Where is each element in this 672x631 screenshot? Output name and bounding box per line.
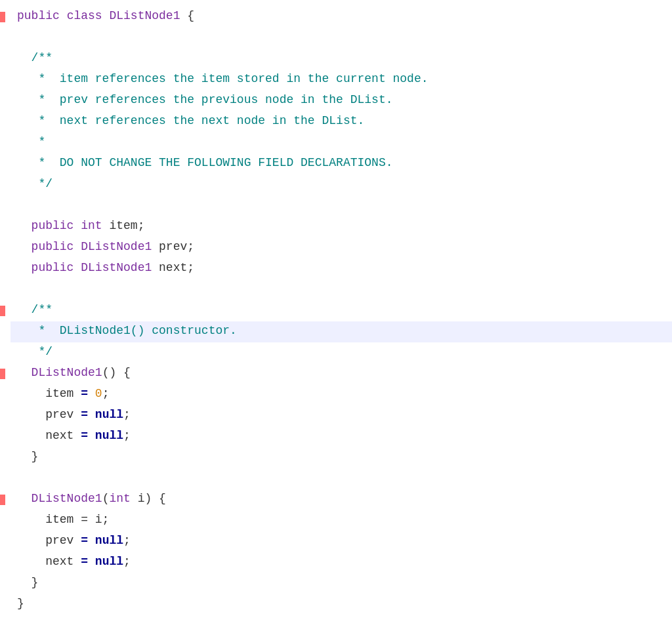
code-line: public class DListNode1 { xyxy=(0,7,672,28)
gutter xyxy=(0,468,10,489)
code-token: = xyxy=(81,555,88,568)
gutter-marker xyxy=(0,495,5,505)
code-token: * prev references the previous node in t… xyxy=(38,93,392,106)
code-token: = xyxy=(81,534,88,547)
gutter xyxy=(0,258,10,279)
code-token: int xyxy=(109,492,130,505)
code-token: public xyxy=(17,9,60,22)
code-token: null xyxy=(95,408,123,421)
code-line: prev = null; xyxy=(0,405,672,426)
code-token: * DO NOT CHANGE THE FOLLOWING FIELD DECL… xyxy=(38,156,392,169)
code-content: /** xyxy=(10,49,672,70)
code-token: DListNode1 xyxy=(109,9,180,22)
gutter xyxy=(0,426,10,447)
code-token xyxy=(17,177,38,190)
code-token xyxy=(88,429,95,442)
code-token: item = i; xyxy=(17,513,109,526)
code-content: * prev references the previous node in t… xyxy=(10,91,672,112)
gutter xyxy=(0,594,10,615)
code-line xyxy=(0,195,672,216)
code-content: * xyxy=(10,132,672,153)
gutter xyxy=(0,174,10,195)
gutter xyxy=(0,70,10,91)
code-token: () { xyxy=(102,366,131,379)
gutter xyxy=(0,49,10,70)
code-token xyxy=(60,9,67,22)
code-token: null xyxy=(95,555,123,568)
code-content: DListNode1(int i) { xyxy=(10,489,672,510)
code-content xyxy=(10,28,672,49)
gutter xyxy=(0,28,10,49)
code-token: ; xyxy=(123,534,131,547)
gutter xyxy=(0,91,10,112)
code-content: } xyxy=(10,594,672,615)
code-token: /** xyxy=(32,303,52,316)
code-line xyxy=(0,468,672,489)
code-line: next = null; xyxy=(0,552,672,573)
code-line: } xyxy=(0,573,672,594)
code-token: item xyxy=(17,387,81,400)
gutter xyxy=(0,153,10,174)
code-editor: public class DListNode1 { /** * item ref… xyxy=(0,0,672,631)
code-token xyxy=(74,261,81,274)
code-content: * DO NOT CHANGE THE FOLLOWING FIELD DECL… xyxy=(10,153,672,174)
code-line: * DListNode1() constructor. xyxy=(0,321,672,342)
code-token: * next references the next node in the D… xyxy=(38,114,364,127)
code-token xyxy=(17,303,32,316)
gutter xyxy=(0,573,10,594)
gutter-marker xyxy=(0,306,5,316)
gutter xyxy=(0,195,10,216)
code-line: */ xyxy=(0,342,672,363)
code-token: prev xyxy=(17,534,81,547)
code-token: public xyxy=(32,261,74,274)
gutter xyxy=(0,447,10,468)
code-token: */ xyxy=(38,177,52,190)
code-token: DListNode1 xyxy=(32,366,102,379)
code-content xyxy=(10,468,672,489)
code-line: item = i; xyxy=(0,510,672,531)
code-token: item; xyxy=(102,219,145,232)
code-content: * DListNode1() constructor. xyxy=(10,321,672,342)
gutter xyxy=(0,132,10,153)
code-token: next; xyxy=(152,261,194,274)
code-token: ; xyxy=(123,408,131,421)
code-line: */ xyxy=(0,174,672,195)
gutter xyxy=(0,363,10,384)
code-token: = xyxy=(81,387,88,400)
code-token: } xyxy=(17,576,38,589)
code-token: prev; xyxy=(152,240,194,253)
code-token xyxy=(17,240,32,253)
code-token xyxy=(74,240,81,253)
code-token xyxy=(17,324,38,337)
gutter xyxy=(0,510,10,531)
code-token xyxy=(88,387,95,400)
code-token: class xyxy=(67,9,102,22)
gutter xyxy=(0,405,10,426)
gutter-marker xyxy=(0,369,5,379)
code-line: public int item; xyxy=(0,216,672,237)
code-token xyxy=(88,555,95,568)
code-line: * next references the next node in the D… xyxy=(0,112,672,132)
code-token: public xyxy=(32,219,74,232)
gutter xyxy=(0,279,10,300)
code-content: } xyxy=(10,447,672,468)
gutter xyxy=(0,384,10,405)
gutter xyxy=(0,7,10,28)
code-token: } xyxy=(17,450,38,463)
code-token: ; xyxy=(123,555,131,568)
gutter xyxy=(0,216,10,237)
gutter-marker xyxy=(0,12,5,22)
code-token xyxy=(17,156,38,169)
gutter xyxy=(0,112,10,132)
code-token: next xyxy=(17,429,81,442)
code-token: } xyxy=(17,597,24,610)
code-token xyxy=(74,219,81,232)
code-token xyxy=(88,408,95,421)
code-content: public DListNode1 prev; xyxy=(10,237,672,258)
code-token xyxy=(17,366,32,379)
code-content: prev = null; xyxy=(10,405,672,426)
code-token xyxy=(17,72,38,85)
code-line: /** xyxy=(0,49,672,70)
code-line: * item references the item stored in the… xyxy=(0,70,672,91)
code-line: } xyxy=(0,594,672,615)
